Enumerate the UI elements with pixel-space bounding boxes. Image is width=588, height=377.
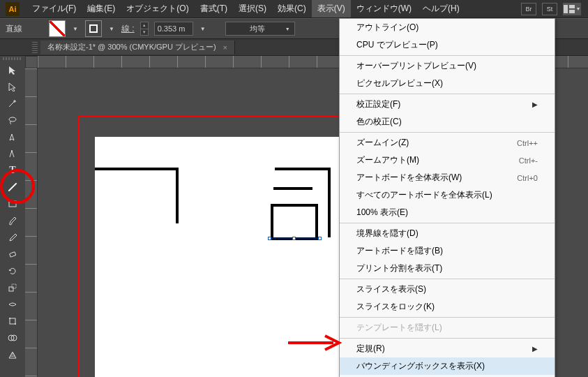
artwork-line[interactable] [95,168,179,170]
stroke-swatch[interactable] [85,20,102,37]
svg-point-11 [15,323,16,325]
menu-window[interactable]: ウィンドウ(W) [351,0,417,17]
menu-item[interactable]: ズームアウト(M)Ctrl+- [340,151,555,169]
menu-item-shortcut: Ctrl+- [519,156,538,165]
scale-tool[interactable] [0,279,25,296]
menu-item[interactable]: スライスをロック(K) [340,298,555,316]
artwork-line[interactable] [273,187,312,190]
tab-handle-icon [32,42,38,53]
menu-item[interactable]: スライスを表示(S) [340,281,555,298]
pen-tool[interactable] [0,128,25,145]
menu-item-label: 色の校正(C) [356,116,402,128]
direct-selection-tool[interactable] [0,78,25,95]
paintbrush-tool[interactable] [0,212,25,229]
selection-handle[interactable] [318,237,322,240]
menu-item[interactable]: アートボードを隠す(B) [340,242,555,260]
menu-item[interactable]: 定規(R)▶ [340,340,555,357]
ruler-vertical[interactable] [25,68,38,377]
menu-item[interactable]: ズームイン(Z)Ctrl++ [340,134,555,151]
menu-object[interactable]: オブジェクト(O) [121,0,194,17]
profile-select[interactable]: 均等 ▼ [225,22,295,36]
svg-point-3 [9,117,16,121]
fill-dropdown[interactable]: ▼ [71,20,80,37]
menu-item[interactable]: 100% 表示(E) [340,204,555,221]
menu-item[interactable]: アウトライン(O) [340,19,555,36]
curvature-tool[interactable] [0,145,25,162]
menu-item[interactable]: アートボードを全体表示(W)Ctrl+0 [340,169,555,186]
menu-item-label: 定規(R) [356,343,385,355]
menu-view[interactable]: 表示(V) [312,0,351,17]
menu-item[interactable]: 校正設定(F)▶ [340,96,555,113]
menu-separator [340,317,555,318]
workspace-switcher[interactable]: ▼ [563,3,581,15]
fill-swatch[interactable] [49,20,66,37]
menu-select[interactable]: 選択(S) [233,0,272,17]
menu-item[interactable]: オーバープリントプレビュー(V) [340,57,555,75]
pencil-tool[interactable] [0,229,25,246]
menu-separator [340,279,555,279]
menu-help[interactable]: ヘルプ(H) [417,0,465,17]
menu-item-label: アウトライン(O) [356,22,419,34]
svg-rect-0 [564,5,568,13]
perspective-tool[interactable] [0,346,25,363]
menu-item-label: 校正設定(F) [356,98,400,110]
lasso-tool[interactable] [0,112,25,128]
menu-file[interactable]: ファイル(F) [27,0,82,17]
svg-rect-8 [12,284,16,288]
svg-point-10 [9,318,10,319]
selection-handle[interactable] [292,237,296,240]
menu-separator [340,223,555,223]
svg-rect-9 [10,318,15,324]
menu-item-label: オーバープリントプレビュー(V) [356,60,476,72]
menu-item-label: アートボードを隠す(B) [356,245,443,257]
stroke-stepper[interactable]: ▲▼ [140,22,149,36]
menu-item-label: ズームイン(Z) [356,137,409,149]
magic-wand-tool[interactable] [0,95,25,112]
selection-tool[interactable] [0,61,25,78]
menu-item-shortcut: Ctrl+0 [517,174,538,182]
menu-type[interactable]: 書式(T) [195,0,233,17]
artwork-line[interactable] [176,168,179,223]
menu-item[interactable]: CPU でプレビュー(P) [340,36,555,54]
menu-separator [340,132,555,133]
view-menu-dropdown: アウトライン(O)CPU でプレビュー(P)オーバープリントプレビュー(V)ピク… [339,18,555,377]
submenu-arrow-icon: ▶ [532,345,538,353]
menu-item-label: スライスを表示(S) [356,283,426,295]
menu-edit[interactable]: 編集(E) [82,0,121,17]
stroke-weight-input[interactable]: 0.353 m [154,22,193,36]
menu-effect[interactable]: 効果(C) [272,0,312,17]
svg-rect-1 [569,5,575,8]
annotation-arrow [285,332,343,353]
menu-item[interactable]: すべてのアートボードを全体表示(L) [340,186,555,204]
menu-item[interactable]: 境界線を隠す(D) [340,225,555,242]
menu-item[interactable]: プリント分割を表示(T) [340,260,555,277]
tool-separator [3,57,22,60]
eraser-tool[interactable] [0,246,25,263]
stroke-dropdown[interactable]: ▼ [107,20,116,37]
artwork-line[interactable] [328,168,331,237]
selection-handle[interactable] [268,237,271,240]
menu-item-label: アートボードを全体表示(W) [356,172,462,184]
menu-item[interactable]: バウンディングボックスを表示(X) [340,357,555,375]
menu-item[interactable]: 色の校正(C) [340,113,555,131]
ruler-corner[interactable] [25,56,38,68]
menu-separator [340,338,555,339]
submenu-arrow-icon: ▶ [532,101,538,108]
bridge-button[interactable]: Br [521,3,536,15]
menu-item[interactable]: ピクセルプレビュー(X) [340,75,555,92]
free-transform-tool[interactable] [0,313,25,330]
width-tool[interactable] [0,296,25,313]
svg-rect-2 [569,10,575,13]
tab-close-button[interactable]: × [223,43,227,52]
stock-button[interactable]: St [542,3,557,15]
rotate-tool[interactable] [0,263,25,279]
artwork-line[interactable] [275,168,331,170]
menu-item-label: バウンディングボックスを表示(X) [356,360,485,372]
artwork-rectangle[interactable] [271,204,318,240]
shape-builder-tool[interactable] [0,330,25,346]
menubar: Ai ファイル(F) 編集(E) オブジェクト(O) 書式(T) 選択(S) 効… [0,0,588,18]
document-tab[interactable]: 名称未設定-1* @ 300% (CMYK/GPU プレビュー) × [40,40,235,54]
stroke-weight-dropdown[interactable]: ▼ [199,20,207,37]
menu-item-shortcut: Ctrl++ [517,139,538,147]
menu-separator [340,55,555,56]
